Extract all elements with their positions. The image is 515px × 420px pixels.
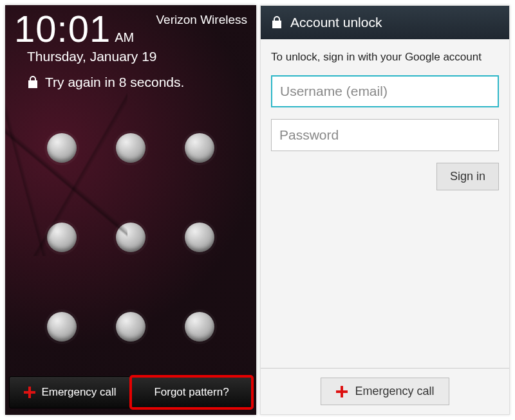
- pattern-dot[interactable]: [185, 133, 214, 163]
- account-unlock-title: Account unlock: [290, 15, 382, 30]
- status-bar: 10:01 AM Verizon Wireless: [5, 5, 256, 48]
- lock-status-text: Try again in 8 seconds.: [45, 75, 184, 90]
- clock-ampm: AM: [115, 30, 134, 45]
- lockscreen-button-row: Emergency call Forgot pattern?: [5, 370, 256, 415]
- account-unlock-header: Account unlock: [261, 6, 509, 39]
- date-label: Thursday, January 19: [5, 48, 256, 71]
- lock-icon: [271, 15, 283, 30]
- emergency-call-button[interactable]: Emergency call: [9, 376, 131, 408]
- password-field[interactable]: Password: [271, 119, 499, 151]
- pattern-dot[interactable]: [47, 312, 77, 342]
- unlock-instruction: To unlock, sign in with your Google acco…: [271, 51, 499, 64]
- account-unlock-panel: Account unlock To unlock, sign in with y…: [260, 5, 510, 415]
- pattern-dot[interactable]: [47, 223, 77, 252]
- password-placeholder: Password: [279, 127, 339, 143]
- carrier-label: Verizon Wireless: [156, 10, 248, 48]
- pattern-dot[interactable]: [185, 223, 214, 252]
- forgot-pattern-button[interactable]: Forgot pattern?: [131, 376, 252, 408]
- lock-icon: [27, 75, 39, 89]
- account-unlock-footer: Emergency call: [261, 368, 509, 414]
- plus-icon: [23, 386, 36, 399]
- plus-icon: [335, 385, 348, 398]
- emergency-call-button[interactable]: Emergency call: [321, 378, 449, 405]
- lockscreen-panel: 10:01 AM Verizon Wireless Thursday, Janu…: [5, 5, 256, 415]
- clock-time: 10:01: [14, 10, 111, 48]
- pattern-dot[interactable]: [185, 312, 214, 342]
- signin-button[interactable]: Sign in: [436, 163, 499, 190]
- pattern-grid[interactable]: [5, 98, 256, 370]
- signin-label: Sign in: [450, 170, 485, 183]
- username-field[interactable]: Username (email): [271, 75, 499, 107]
- pattern-dot[interactable]: [116, 312, 145, 342]
- pattern-dot[interactable]: [116, 223, 145, 252]
- forgot-pattern-label: Forgot pattern?: [154, 386, 229, 399]
- emergency-call-label: Emergency call: [41, 386, 116, 399]
- pattern-dot[interactable]: [47, 133, 77, 163]
- signin-row: Sign in: [271, 163, 499, 190]
- account-unlock-body: To unlock, sign in with your Google acco…: [261, 39, 509, 368]
- lock-status-row: Try again in 8 seconds.: [5, 71, 256, 98]
- emergency-call-label: Emergency call: [355, 385, 434, 398]
- clock: 10:01 AM: [14, 10, 134, 48]
- username-placeholder: Username (email): [280, 84, 388, 99]
- pattern-dot[interactable]: [116, 133, 145, 163]
